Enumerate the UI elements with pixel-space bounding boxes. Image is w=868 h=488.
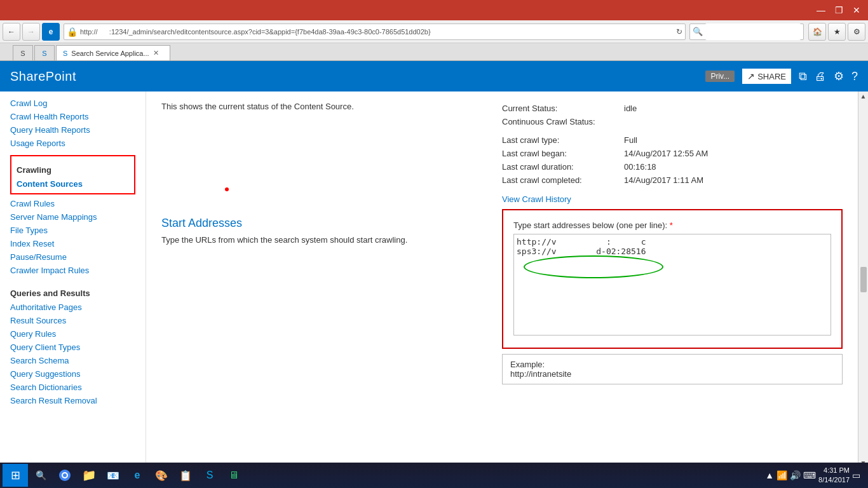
sidebar-section-queries: Queries and Results xyxy=(10,282,146,301)
share-icon: ↗ xyxy=(747,71,755,81)
sp-header: SharePoint Priv... ↗ SHARE ⧉ 🖨 ⚙ ? xyxy=(0,61,868,92)
start-addresses-title: Start Addresses xyxy=(161,217,487,230)
sidebar: Crawl Log Crawl Health Reports Query Hea… xyxy=(0,92,146,468)
sidebar-item-usage[interactable]: Usage Reports xyxy=(10,137,146,150)
last-crawl-duration-value: 00:16:18 xyxy=(624,162,656,172)
taskbar-monitor-icon[interactable]: 🖥 xyxy=(222,464,245,487)
address-bar[interactable]: 🔒 ↻ xyxy=(64,24,686,40)
start-addresses-box: Type start addresses below (one per line… xyxy=(502,209,843,349)
minimize-button[interactable]: — xyxy=(812,1,830,19)
restore-icon[interactable]: ⧉ xyxy=(799,70,807,83)
active-tab[interactable]: S Search Service Applica... ✕ xyxy=(56,45,170,60)
last-crawl-began-value: 14/Aug/2017 12:55 AM xyxy=(624,149,708,158)
scroll-thumb[interactable] xyxy=(860,267,867,292)
last-crawl-completed-value: 14/Aug/2017 1:11 AM xyxy=(624,175,703,185)
intro-text: This shows the current status of the Con… xyxy=(161,102,487,111)
close-button[interactable]: ✕ xyxy=(848,1,865,19)
sidebar-item-query-health[interactable]: Query Health Reports xyxy=(10,123,146,137)
sidebar-item-search-schema[interactable]: Search Schema xyxy=(10,354,146,367)
current-status-label: Current Status: xyxy=(502,104,616,113)
clock-date: 8/14/2017 xyxy=(818,475,850,485)
sidebar-item-crawl-rules[interactable]: Crawl Rules xyxy=(10,197,146,210)
taskbar-skype-icon[interactable]: S xyxy=(198,464,221,487)
sidebar-item-authoritative[interactable]: Authoritative Pages xyxy=(10,301,146,314)
taskbar-outlook-icon[interactable]: 📧 xyxy=(102,464,125,487)
tab-close-button[interactable]: ✕ xyxy=(153,49,159,57)
ie-search-icon: 🔍 xyxy=(693,27,703,36)
sidebar-item-query-client[interactable]: Query Client Types xyxy=(10,341,146,354)
share-label: SHARE xyxy=(757,72,786,81)
status-row-began: Last crawl began: 14/Aug/2017 12:55 AM xyxy=(502,147,843,160)
last-crawl-began-label: Last crawl began: xyxy=(502,149,616,158)
sidebar-item-query-suggestions[interactable]: Query Suggestions xyxy=(10,367,146,381)
browser-search-input[interactable] xyxy=(705,24,801,40)
taskbar-explorer-icon[interactable]: 📁 xyxy=(78,464,100,487)
crawling-section-box: Crawling Content Sources xyxy=(10,155,135,194)
content-right: Current Status: idle Continuous Crawl St… xyxy=(502,92,858,468)
back-button[interactable]: ← xyxy=(3,23,20,41)
system-icons: ▲ 📶 🔊 ⌨ xyxy=(765,470,816,480)
scroll-up-arrow[interactable]: ▲ xyxy=(860,93,867,100)
last-crawl-duration-label: Last crawl duration: xyxy=(502,162,616,172)
sidebar-item-server-name[interactable]: Server Name Mappings xyxy=(10,210,146,224)
sidebar-item-content-sources[interactable]: Content Sources xyxy=(17,177,129,191)
settings-icon[interactable]: ⚙ xyxy=(834,69,844,83)
sidebar-item-crawl-log[interactable]: Crawl Log xyxy=(10,97,146,110)
content-area: This shows the current status of the Con… xyxy=(146,92,868,468)
tab-favicon: S xyxy=(63,50,67,57)
forward-button[interactable]: → xyxy=(22,23,40,41)
share-button[interactable]: ↗ SHARE xyxy=(742,69,791,84)
network-icon[interactable]: 📶 xyxy=(776,470,787,480)
sidebar-item-crawl-health[interactable]: Crawl Health Reports xyxy=(10,110,146,123)
clock[interactable]: 4:31 PM 8/14/2017 xyxy=(818,466,850,485)
example-box: Example: http://intranetsite xyxy=(502,354,843,384)
maximize-button[interactable]: ❐ xyxy=(830,1,848,19)
print-icon[interactable]: 🖨 xyxy=(815,70,826,83)
volume-icon[interactable]: 🔊 xyxy=(790,470,801,480)
search-bar-wrap: 🔍 xyxy=(689,24,804,40)
clock-time: 4:31 PM xyxy=(818,466,850,475)
start-addresses-label: Type start addresses below (one per line… xyxy=(513,220,831,230)
address-input[interactable] xyxy=(80,28,676,36)
taskbar-chrome-icon[interactable] xyxy=(53,464,76,487)
sidebar-item-query-rules[interactable]: Query Rules xyxy=(10,327,146,341)
security-icon: 🔒 xyxy=(67,27,78,37)
required-indicator: * xyxy=(670,220,673,230)
favorites-button[interactable]: ★ xyxy=(828,23,846,41)
taskbar-ie-icon[interactable]: e xyxy=(126,464,149,487)
new-tab-area: S xyxy=(13,45,33,60)
expand-icon[interactable]: ▲ xyxy=(765,470,774,480)
last-crawl-type-value: Full xyxy=(624,135,637,145)
sidebar-item-search-dictionaries[interactable]: Search Dictionaries xyxy=(10,381,146,394)
refresh-icon[interactable]: ↻ xyxy=(676,27,682,36)
help-icon[interactable]: ? xyxy=(851,70,858,83)
taskbar-search-icon[interactable]: 🔍 xyxy=(29,464,52,487)
home-button[interactable]: 🏠 xyxy=(808,23,826,41)
sidebar-item-crawler-impact[interactable]: Crawler Impact Rules xyxy=(10,264,146,277)
status-table: Current Status: idle Continuous Crawl St… xyxy=(502,102,843,187)
ie-logo: e xyxy=(42,23,60,41)
sidebar-item-file-types[interactable]: File Types xyxy=(10,224,146,237)
sidebar-item-search-result-removal[interactable]: Search Result Removal xyxy=(10,394,146,407)
right-scrollbar[interactable]: ▲ ▼ xyxy=(858,92,868,468)
tools-button[interactable]: ⚙ xyxy=(848,23,865,41)
addresses-textarea[interactable]: http://v : c sps3://v d-02:28516 xyxy=(513,234,831,336)
sidebar-item-pause-resume[interactable]: Pause/Resume xyxy=(10,250,146,264)
tab-icon2: S xyxy=(34,45,55,60)
sidebar-item-index-reset[interactable]: Index Reset xyxy=(10,237,146,250)
keyboard-icon[interactable]: ⌨ xyxy=(803,470,816,480)
taskbar-paint-icon[interactable]: 🎨 xyxy=(150,464,173,487)
view-crawl-history-link[interactable]: View Crawl History xyxy=(502,194,571,204)
show-desktop-icon[interactable]: ▭ xyxy=(852,470,860,480)
taskbar-notepad-icon[interactable]: 📋 xyxy=(174,464,197,487)
textarea-wrap: http://v : c sps3://v d-02:28516 xyxy=(513,234,831,337)
sidebar-item-result-sources[interactable]: Result Sources xyxy=(10,314,146,327)
sharepoint-favicon2: S xyxy=(42,50,46,57)
browser-titlebar: — ❐ ✕ xyxy=(0,0,868,20)
main-layout: Crawl Log Crawl Health Reports Query Hea… xyxy=(0,92,868,468)
red-dot-annotation xyxy=(225,187,229,191)
last-crawl-type-label: Last crawl type: xyxy=(502,135,616,145)
status-row-continuous: Continuous Crawl Status: xyxy=(502,115,843,128)
tab-label: Search Service Applica... xyxy=(71,50,149,57)
start-button[interactable]: ⊞ xyxy=(3,464,28,487)
